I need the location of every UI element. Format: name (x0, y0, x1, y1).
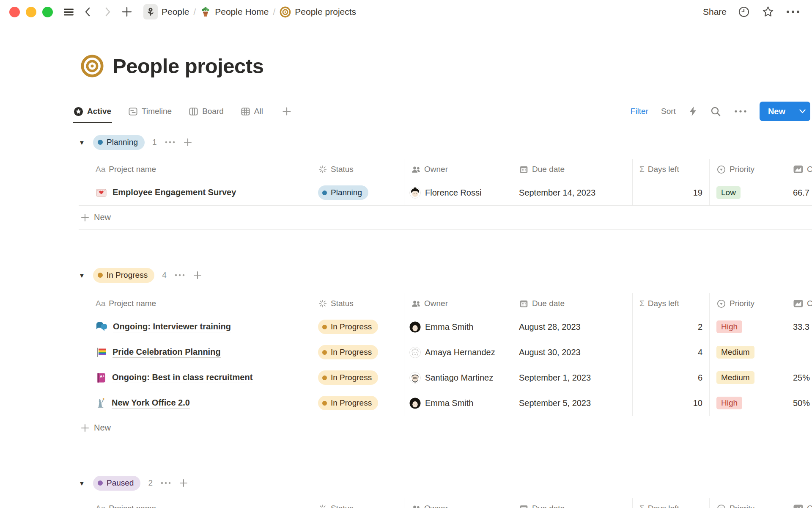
history-clock-icon[interactable] (738, 6, 750, 18)
project-name-cell[interactable]: Employee Engagement Survey (79, 180, 311, 205)
column-header-priority[interactable]: Priority (710, 498, 786, 508)
project-name-link[interactable]: Ongoing: Interviewer training (113, 322, 231, 332)
group-pill-in-progress[interactable]: In Progress (93, 268, 154, 283)
favorite-star-icon[interactable] (761, 5, 775, 19)
breadcrumb-people[interactable]: People (141, 3, 192, 21)
target-icon[interactable] (80, 54, 104, 78)
new-tab-icon[interactable] (120, 5, 134, 19)
minimize-window-button[interactable] (26, 7, 36, 17)
project-name-link[interactable]: Employee Engagement Survey (112, 188, 236, 198)
column-header-days-left[interactable]: ΣDays left (633, 293, 710, 314)
column-header-status[interactable]: Status (311, 293, 404, 314)
column-header-due-date[interactable]: Due date (512, 293, 633, 314)
column-header-priority[interactable]: Priority (710, 159, 786, 180)
group-more-icon[interactable] (160, 481, 171, 485)
breadcrumb-people-home[interactable]: People Home (198, 4, 271, 19)
column-header-status[interactable]: Status (311, 498, 404, 508)
new-row-button[interactable]: New (79, 205, 812, 230)
days-left-cell[interactable]: 6 (633, 365, 710, 390)
hamburger-menu-icon[interactable] (61, 5, 76, 19)
days-left-cell[interactable]: 2 (633, 314, 710, 340)
view-more-icon[interactable] (734, 109, 747, 113)
owner-cell[interactable]: Santiago Martinez (404, 365, 512, 390)
maximize-window-button[interactable] (42, 7, 53, 17)
due-date-cell[interactable]: September 14, 2023 (512, 180, 633, 205)
completion-cell[interactable]: 33.3 (786, 314, 812, 340)
owner-cell[interactable]: Emma Smith (404, 314, 512, 340)
priority-cell[interactable]: High (710, 314, 786, 340)
priority-cell[interactable]: High (710, 390, 786, 416)
column-header-days-left[interactable]: ΣDays left (633, 159, 710, 180)
column-header-owner[interactable]: Owner (404, 159, 512, 180)
group-add-icon[interactable] (179, 478, 188, 488)
completion-cell[interactable]: 66.7 (786, 180, 812, 205)
due-date-cell[interactable]: August 30, 2023 (512, 340, 633, 365)
close-window-button[interactable] (9, 7, 20, 17)
project-name-cell[interactable]: Ongoing: Interviewer training (79, 314, 311, 340)
days-left-cell[interactable]: 19 (633, 180, 710, 205)
due-date-cell[interactable]: August 28, 2023 (512, 314, 633, 340)
column-header-due-date[interactable]: Due date (512, 159, 633, 180)
status-cell[interactable]: In Progress (311, 340, 404, 365)
more-options-icon[interactable] (786, 9, 800, 14)
group-more-icon[interactable] (165, 141, 176, 144)
column-header-project-name[interactable]: AaProject name (79, 293, 311, 314)
group-toggle-icon[interactable]: ▼ (79, 139, 85, 146)
priority-cell[interactable]: Low (710, 180, 786, 205)
column-header-project-name[interactable]: AaProject name (79, 159, 311, 180)
sort-button[interactable]: Sort (661, 107, 676, 116)
status-cell[interactable]: In Progress (311, 365, 404, 390)
new-row-button[interactable]: New (79, 416, 812, 440)
column-header-project-name[interactable]: AaProject name (79, 498, 311, 508)
column-header-status[interactable]: Status (311, 159, 404, 180)
priority-cell[interactable]: Medium (710, 365, 786, 390)
tab-active[interactable]: Active (73, 100, 112, 123)
completion-cell[interactable]: 25% (786, 365, 812, 390)
completion-cell[interactable] (786, 340, 812, 365)
column-header-owner[interactable]: Owner (404, 498, 512, 508)
completion-cell[interactable]: 50% (786, 390, 812, 416)
owner-cell[interactable]: Florence Rossi (404, 180, 512, 205)
status-cell[interactable]: In Progress (311, 390, 404, 416)
due-date-cell[interactable]: September 1, 2023 (512, 365, 633, 390)
filter-button[interactable]: Filter (631, 107, 648, 116)
owner-cell[interactable]: Emma Smith (404, 390, 512, 416)
add-view-icon[interactable] (282, 106, 292, 116)
search-icon[interactable] (710, 106, 721, 117)
group-add-icon[interactable] (193, 271, 202, 280)
column-header-due-date[interactable]: Due date (512, 498, 633, 508)
group-toggle-icon[interactable]: ▼ (79, 272, 85, 279)
column-header-completion[interactable]: Completion (786, 159, 812, 180)
priority-cell[interactable]: Medium (710, 340, 786, 365)
project-name-link[interactable]: Ongoing: Best in class recruitment (112, 373, 252, 383)
days-left-cell[interactable]: 4 (633, 340, 710, 365)
forward-icon[interactable] (100, 5, 115, 19)
project-name-cell[interactable]: Pride Celebration Planning (79, 340, 311, 365)
tab-board[interactable]: Board (188, 100, 225, 123)
project-name-link[interactable]: Pride Celebration Planning (112, 347, 221, 358)
tab-timeline[interactable]: Timeline (127, 100, 173, 123)
group-toggle-icon[interactable]: ▼ (79, 480, 85, 487)
share-button[interactable]: Share (703, 7, 727, 17)
group-add-icon[interactable] (183, 138, 192, 147)
new-dropdown-chevron-icon[interactable] (794, 102, 810, 121)
column-header-priority[interactable]: Priority (710, 293, 786, 314)
group-pill-paused[interactable]: Paused (93, 476, 140, 491)
group-pill-planning[interactable]: Planning (93, 135, 145, 150)
column-header-owner[interactable]: Owner (404, 293, 512, 314)
status-cell[interactable]: Planning (311, 180, 404, 205)
owner-cell[interactable]: Amaya Hernandez (404, 340, 512, 365)
column-header-days-left[interactable]: ΣDays left (633, 498, 710, 508)
status-cell[interactable]: In Progress (311, 314, 404, 340)
group-more-icon[interactable] (174, 273, 185, 277)
tab-all[interactable]: All (240, 100, 264, 123)
column-header-completion[interactable]: Completion (786, 293, 812, 314)
automation-bolt-icon[interactable] (689, 106, 697, 117)
back-icon[interactable] (81, 5, 95, 19)
new-button[interactable]: New (760, 102, 794, 121)
project-name-cell[interactable]: A+ Ongoing: Best in class recruitment (79, 365, 311, 390)
project-name-link[interactable]: New York Office 2.0 (112, 398, 190, 409)
project-name-cell[interactable]: New York Office 2.0 (79, 390, 311, 416)
days-left-cell[interactable]: 10 (633, 390, 710, 416)
column-header-completion[interactable]: Completion (786, 498, 812, 508)
